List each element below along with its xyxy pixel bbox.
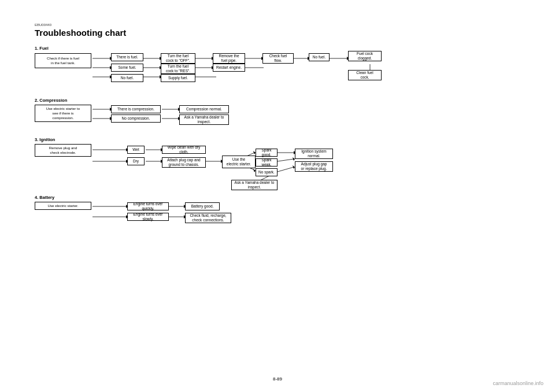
box-dry: Dry: [127, 157, 145, 165]
box-compression-normal: Compression normal.: [179, 105, 229, 113]
box-adjust-plug: Adjust plug gapor replace plug.: [295, 161, 333, 172]
page-number: 8-89: [273, 376, 282, 382]
fuel-section-desc: Check if there is fuelin the fuel tank.: [35, 53, 91, 68]
section-label-ignition: 3. Ignition: [35, 137, 55, 142]
box-no-fuel-check: No fuel.: [309, 53, 330, 61]
box-spark-good: Spark good.: [256, 149, 278, 157]
box-spark-weak: Spark weak.: [256, 158, 278, 167]
section-label-compression: 2. Compression: [35, 98, 67, 103]
chart-area: 1. Fuel Check if there is fuelin the fue…: [35, 46, 520, 346]
watermark: carmanualsonline.info: [493, 380, 543, 386]
box-turn-off: Turn the fuelcock to "OFF".: [161, 53, 195, 64]
box-wipe-clean: Wipe clean with dry cloth.: [162, 146, 206, 154]
box-no-spark: No spark.: [256, 168, 278, 176]
box-turns-quickly: Engine turns over quickly.: [127, 202, 169, 210]
box-battery-good: Battery good.: [185, 202, 220, 210]
box-turns-slowly: Engine turns over slowly.: [127, 213, 169, 221]
page-content: EBU00440 Troubleshooting chart: [0, 0, 555, 364]
box-use-starter: Use theelectric starter.: [222, 156, 256, 168]
page-title: Troubleshooting chart: [35, 28, 520, 38]
box-ask-dealer-ignition: Ask a Yamaha dealer toinspect.: [231, 180, 278, 190]
box-wet: Wet: [127, 146, 145, 154]
box-ignition-normal: Ignition systemnormal.: [295, 149, 333, 159]
battery-section-desc: Use electric starter.: [35, 202, 91, 210]
section-label-battery: 4. Battery: [35, 195, 54, 200]
page: EBU00440 Troubleshooting chart: [0, 0, 555, 392]
svg-line-52: [278, 159, 294, 161]
box-remove-pipe: Remove thefuel pipe.: [213, 53, 245, 64]
box-attach-plug: Attach plug cap andground to chassis.: [162, 157, 206, 168]
box-no-compression: No compression.: [111, 114, 161, 123]
box-no-fuel-input: No fuel.: [111, 74, 143, 82]
box-there-is-compression: There is compression.: [111, 105, 161, 113]
box-some-fuel: Some fuel.: [111, 64, 143, 72]
doc-code: EBU00440: [35, 23, 520, 27]
compression-section-desc: Use electric starter tosee if there isco…: [35, 105, 91, 122]
ignition-section-desc: Remove plug andcheck electrode.: [35, 144, 91, 157]
box-clean-fuel-cock: Clean fuelcock.: [348, 70, 382, 80]
box-supply-fuel: Supply fuel.: [161, 74, 195, 82]
box-restart-engine: Restart engine.: [213, 64, 245, 72]
svg-line-56: [278, 167, 294, 172]
box-ask-dealer-compression: Ask a Yamaha dealer toinspect.: [179, 114, 229, 125]
box-fuel-cock-clogged: Fuel cockclogged.: [348, 51, 382, 61]
box-turn-res: Turn the fuelcock to "RES".: [161, 64, 195, 74]
arrows-svg: [35, 46, 520, 346]
box-check-flow: Check fuelflow.: [262, 53, 294, 64]
box-check-fluid: Check fluid, recharge,check connections.: [185, 213, 231, 223]
section-label-fuel: 1. Fuel: [35, 46, 49, 51]
box-there-is-fuel: There is fuel.: [111, 53, 143, 61]
